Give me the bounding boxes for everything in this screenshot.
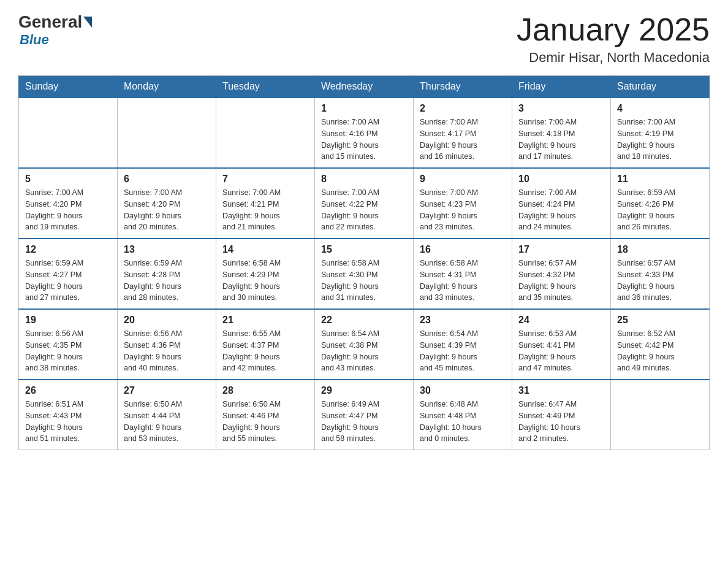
calendar-header-tuesday: Tuesday bbox=[216, 76, 315, 98]
calendar-cell bbox=[216, 98, 315, 168]
day-info: Sunrise: 6:59 AM Sunset: 4:28 PM Dayligh… bbox=[124, 258, 210, 304]
day-number: 25 bbox=[617, 315, 703, 326]
calendar-cell: 8Sunrise: 7:00 AM Sunset: 4:22 PM Daylig… bbox=[315, 168, 414, 239]
calendar-header-thursday: Thursday bbox=[414, 76, 512, 98]
calendar-cell bbox=[19, 98, 118, 168]
day-number: 7 bbox=[222, 174, 308, 185]
day-info: Sunrise: 6:53 AM Sunset: 4:41 PM Dayligh… bbox=[518, 328, 604, 374]
day-number: 14 bbox=[222, 244, 308, 255]
calendar-cell: 18Sunrise: 6:57 AM Sunset: 4:33 PM Dayli… bbox=[611, 239, 710, 309]
calendar-cell: 29Sunrise: 6:49 AM Sunset: 4:47 PM Dayli… bbox=[315, 380, 414, 450]
day-number: 30 bbox=[420, 385, 506, 396]
day-number: 26 bbox=[25, 385, 111, 396]
calendar-cell: 30Sunrise: 6:48 AM Sunset: 4:48 PM Dayli… bbox=[414, 380, 512, 450]
day-info: Sunrise: 7:00 AM Sunset: 4:19 PM Dayligh… bbox=[617, 117, 703, 163]
day-number: 21 bbox=[222, 315, 308, 326]
day-number: 12 bbox=[25, 244, 111, 255]
day-number: 29 bbox=[321, 385, 407, 396]
logo-general-word: General bbox=[18, 12, 82, 32]
day-info: Sunrise: 6:56 AM Sunset: 4:36 PM Dayligh… bbox=[124, 328, 210, 374]
day-info: Sunrise: 6:58 AM Sunset: 4:29 PM Dayligh… bbox=[222, 258, 308, 304]
day-info: Sunrise: 6:55 AM Sunset: 4:37 PM Dayligh… bbox=[222, 328, 308, 374]
day-info: Sunrise: 6:58 AM Sunset: 4:31 PM Dayligh… bbox=[420, 258, 506, 304]
day-info: Sunrise: 6:50 AM Sunset: 4:46 PM Dayligh… bbox=[222, 399, 308, 445]
day-info: Sunrise: 7:00 AM Sunset: 4:24 PM Dayligh… bbox=[518, 187, 604, 233]
logo-blue-word: Blue bbox=[20, 32, 49, 48]
calendar-cell: 23Sunrise: 6:54 AM Sunset: 4:39 PM Dayli… bbox=[414, 309, 512, 380]
day-number: 11 bbox=[617, 174, 703, 185]
day-number: 20 bbox=[124, 315, 210, 326]
day-info: Sunrise: 6:47 AM Sunset: 4:49 PM Dayligh… bbox=[518, 399, 604, 445]
day-info: Sunrise: 6:57 AM Sunset: 4:33 PM Dayligh… bbox=[617, 258, 703, 304]
calendar-cell: 24Sunrise: 6:53 AM Sunset: 4:41 PM Dayli… bbox=[512, 309, 611, 380]
calendar-header-row: SundayMondayTuesdayWednesdayThursdayFrid… bbox=[19, 76, 710, 98]
day-number: 8 bbox=[321, 174, 407, 185]
calendar-cell: 9Sunrise: 7:00 AM Sunset: 4:23 PM Daylig… bbox=[414, 168, 512, 239]
calendar-cell: 27Sunrise: 6:50 AM Sunset: 4:44 PM Dayli… bbox=[118, 380, 216, 450]
calendar-table: SundayMondayTuesdayWednesdayThursdayFrid… bbox=[18, 75, 710, 450]
day-number: 31 bbox=[518, 385, 604, 396]
calendar-cell: 11Sunrise: 6:59 AM Sunset: 4:26 PM Dayli… bbox=[611, 168, 710, 239]
calendar-cell: 15Sunrise: 6:58 AM Sunset: 4:30 PM Dayli… bbox=[315, 239, 414, 309]
day-number: 10 bbox=[518, 174, 604, 185]
calendar-cell: 6Sunrise: 7:00 AM Sunset: 4:20 PM Daylig… bbox=[118, 168, 216, 239]
day-info: Sunrise: 7:00 AM Sunset: 4:18 PM Dayligh… bbox=[518, 117, 604, 163]
day-info: Sunrise: 6:56 AM Sunset: 4:35 PM Dayligh… bbox=[25, 328, 111, 374]
calendar-cell: 31Sunrise: 6:47 AM Sunset: 4:49 PM Dayli… bbox=[512, 380, 611, 450]
day-number: 23 bbox=[420, 315, 506, 326]
day-number: 19 bbox=[25, 315, 111, 326]
day-number: 18 bbox=[617, 244, 703, 255]
day-info: Sunrise: 6:49 AM Sunset: 4:47 PM Dayligh… bbox=[321, 399, 407, 445]
calendar-header-sunday: Sunday bbox=[19, 76, 118, 98]
logo-general-text: General bbox=[18, 12, 93, 32]
calendar-header-friday: Friday bbox=[512, 76, 611, 98]
day-info: Sunrise: 7:00 AM Sunset: 4:21 PM Dayligh… bbox=[222, 187, 308, 233]
logo-arrow-icon bbox=[83, 17, 92, 28]
calendar-cell: 10Sunrise: 7:00 AM Sunset: 4:24 PM Dayli… bbox=[512, 168, 611, 239]
calendar-cell: 1Sunrise: 7:00 AM Sunset: 4:16 PM Daylig… bbox=[315, 98, 414, 168]
day-number: 3 bbox=[518, 103, 604, 114]
calendar-cell: 17Sunrise: 6:57 AM Sunset: 4:32 PM Dayli… bbox=[512, 239, 611, 309]
calendar-cell: 22Sunrise: 6:54 AM Sunset: 4:38 PM Dayli… bbox=[315, 309, 414, 380]
calendar-header-saturday: Saturday bbox=[611, 76, 710, 98]
page-header: General Blue January 2025 Demir Hisar, N… bbox=[18, 12, 710, 66]
calendar-week-row: 12Sunrise: 6:59 AM Sunset: 4:27 PM Dayli… bbox=[19, 239, 710, 309]
calendar-week-row: 26Sunrise: 6:51 AM Sunset: 4:43 PM Dayli… bbox=[19, 380, 710, 450]
calendar-cell: 28Sunrise: 6:50 AM Sunset: 4:46 PM Dayli… bbox=[216, 380, 315, 450]
day-number: 2 bbox=[420, 103, 506, 114]
day-info: Sunrise: 7:00 AM Sunset: 4:22 PM Dayligh… bbox=[321, 187, 407, 233]
calendar-cell: 5Sunrise: 7:00 AM Sunset: 4:20 PM Daylig… bbox=[19, 168, 118, 239]
calendar-cell: 2Sunrise: 7:00 AM Sunset: 4:17 PM Daylig… bbox=[414, 98, 512, 168]
day-info: Sunrise: 6:59 AM Sunset: 4:27 PM Dayligh… bbox=[25, 258, 111, 304]
location-label: Demir Hisar, North Macedonia bbox=[517, 50, 710, 66]
day-number: 27 bbox=[124, 385, 210, 396]
day-info: Sunrise: 6:50 AM Sunset: 4:44 PM Dayligh… bbox=[124, 399, 210, 445]
day-info: Sunrise: 6:54 AM Sunset: 4:39 PM Dayligh… bbox=[420, 328, 506, 374]
day-info: Sunrise: 6:57 AM Sunset: 4:32 PM Dayligh… bbox=[518, 258, 604, 304]
day-number: 17 bbox=[518, 244, 604, 255]
calendar-week-row: 5Sunrise: 7:00 AM Sunset: 4:20 PM Daylig… bbox=[19, 168, 710, 239]
calendar-header-wednesday: Wednesday bbox=[315, 76, 414, 98]
calendar-cell: 14Sunrise: 6:58 AM Sunset: 4:29 PM Dayli… bbox=[216, 239, 315, 309]
day-number: 4 bbox=[617, 103, 703, 114]
calendar-cell: 13Sunrise: 6:59 AM Sunset: 4:28 PM Dayli… bbox=[118, 239, 216, 309]
day-info: Sunrise: 7:00 AM Sunset: 4:17 PM Dayligh… bbox=[420, 117, 506, 163]
day-info: Sunrise: 6:48 AM Sunset: 4:48 PM Dayligh… bbox=[420, 399, 506, 445]
logo: General Blue bbox=[18, 12, 93, 48]
day-number: 5 bbox=[25, 174, 111, 185]
day-number: 6 bbox=[124, 174, 210, 185]
day-info: Sunrise: 6:58 AM Sunset: 4:30 PM Dayligh… bbox=[321, 258, 407, 304]
calendar-cell: 21Sunrise: 6:55 AM Sunset: 4:37 PM Dayli… bbox=[216, 309, 315, 380]
calendar-week-row: 1Sunrise: 7:00 AM Sunset: 4:16 PM Daylig… bbox=[19, 98, 710, 168]
calendar-cell: 7Sunrise: 7:00 AM Sunset: 4:21 PM Daylig… bbox=[216, 168, 315, 239]
day-number: 1 bbox=[321, 103, 407, 114]
title-area: January 2025 Demir Hisar, North Macedoni… bbox=[517, 12, 710, 66]
calendar-cell: 3Sunrise: 7:00 AM Sunset: 4:18 PM Daylig… bbox=[512, 98, 611, 168]
calendar-cell bbox=[611, 380, 710, 450]
day-number: 28 bbox=[222, 385, 308, 396]
calendar-week-row: 19Sunrise: 6:56 AM Sunset: 4:35 PM Dayli… bbox=[19, 309, 710, 380]
day-info: Sunrise: 6:59 AM Sunset: 4:26 PM Dayligh… bbox=[617, 187, 703, 233]
calendar-cell: 19Sunrise: 6:56 AM Sunset: 4:35 PM Dayli… bbox=[19, 309, 118, 380]
day-info: Sunrise: 7:00 AM Sunset: 4:23 PM Dayligh… bbox=[420, 187, 506, 233]
day-number: 16 bbox=[420, 244, 506, 255]
